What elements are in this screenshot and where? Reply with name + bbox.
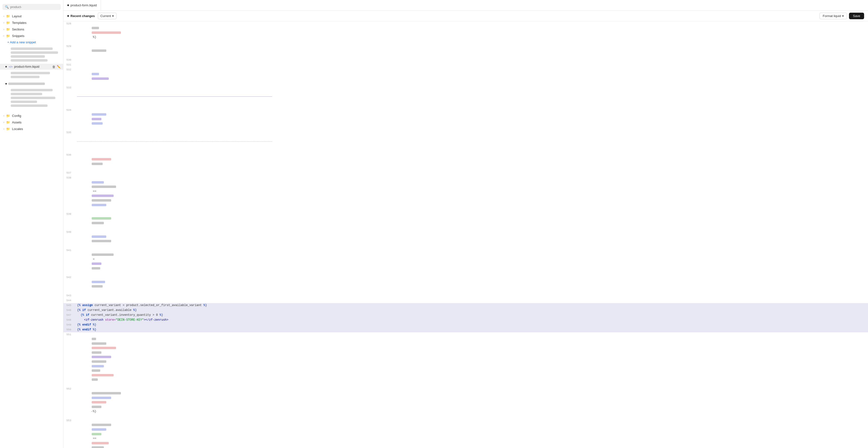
table-row: 550 {% endif %} <box>63 328 868 332</box>
current-dropdown[interactable]: Current ▾ <box>98 13 117 19</box>
snippet-placeholder <box>11 93 42 95</box>
blurred-token <box>92 73 99 75</box>
table-row: 551 <box>63 332 868 387</box>
sidebar-item-config[interactable]: › 📁 Config <box>0 112 63 119</box>
line-number: 543 <box>63 294 75 298</box>
blurred-token <box>92 378 98 381</box>
line-number: 541 <box>63 248 75 252</box>
table-row: 532 <box>63 67 868 85</box>
chevron-icon: › <box>3 15 4 18</box>
line-number: 530 <box>63 58 75 62</box>
sidebar-item-sections[interactable]: › 📁 Sections <box>0 26 63 33</box>
sidebar-item-assets[interactable]: › 📁 Assets <box>0 119 63 126</box>
sidebar-item-locales[interactable]: › 📁 Locales <box>0 126 63 132</box>
sidebar-item-templates[interactable]: › 📁 Templates <box>0 20 63 26</box>
edit-icon[interactable]: ✏️ <box>57 65 61 69</box>
table-row: 543 <box>63 294 868 298</box>
snippet-placeholder <box>11 104 48 107</box>
sidebar-item-label: Config <box>12 114 21 117</box>
blurred-token <box>92 195 114 197</box>
line-number: 531 <box>63 63 75 67</box>
blurred-token <box>92 31 121 34</box>
code-editor[interactable]: 528 %} 529 530 531 532 <box>63 22 868 448</box>
folder-icon: 📁 <box>6 127 10 131</box>
format-liquid-button[interactable]: Format liquid ▾ <box>819 13 847 19</box>
blurred-token <box>92 428 106 431</box>
blurred-token <box>92 235 106 238</box>
dashed-separator <box>77 96 272 97</box>
file-actions[interactable]: 🗑 ✏️ <box>52 65 61 69</box>
search-bar[interactable]: 🔍 <box>2 4 61 10</box>
snippet-placeholder <box>11 72 50 74</box>
blurred-token <box>92 406 101 408</box>
blurred-token <box>92 253 114 256</box>
sidebar-item-label: Assets <box>12 120 22 124</box>
blurred-token <box>92 351 101 354</box>
table-row: 552 -%} <box>63 387 868 418</box>
blurred-token <box>92 267 100 270</box>
save-button[interactable]: Save <box>849 13 864 19</box>
line-content <box>75 212 868 230</box>
snippet-placeholder <box>11 89 53 91</box>
line-number: 539 <box>63 212 75 216</box>
active-file-item[interactable]: </> product-form.liquid 🗑 ✏️ <box>0 64 63 70</box>
line-number: 528 <box>63 22 75 26</box>
sidebar: 🔍 › 📁 Layout › 📁 Templates › 📁 Sections … <box>0 0 63 448</box>
sidebar-item-label: Layout <box>12 14 22 18</box>
line-content <box>75 230 868 248</box>
table-row: 540 <box>63 230 868 248</box>
table-row: 553 == | <box>63 418 868 448</box>
blurred-token <box>92 356 111 358</box>
recent-changes-section: Recent changes <box>67 14 95 18</box>
line-content <box>75 153 868 171</box>
table-row: 537 <box>63 171 868 176</box>
line-content: -%} <box>75 387 868 418</box>
line-number: 537 <box>63 171 75 175</box>
active-filename: product-form.liquid <box>14 65 39 68</box>
table-row: 547 {% if current_variant.inventory_quan… <box>63 313 868 318</box>
delete-icon[interactable]: 🗑 <box>52 65 55 69</box>
chevron-icon: › <box>3 121 4 124</box>
table-row: 546 {% if current_variant.available %} <box>63 308 868 313</box>
chevron-icon: › <box>3 128 4 130</box>
line-number: 548 <box>63 318 75 322</box>
line-number: 534 <box>63 108 75 112</box>
code-icon: </> <box>9 65 13 68</box>
sidebar-item-snippets[interactable]: › 📁 Snippets <box>0 33 63 39</box>
dashed-separator <box>77 141 272 142</box>
folder-icon: 📁 <box>6 120 10 124</box>
blurred-token <box>92 77 109 80</box>
file-dot <box>5 83 7 84</box>
add-snippet-button[interactable]: + Add a new snippet <box>0 39 63 45</box>
blurred-token <box>92 392 121 394</box>
line-number: 535 <box>63 130 75 135</box>
sidebar-item-layout[interactable]: › 📁 Layout <box>0 13 63 20</box>
line-content: %} <box>75 22 868 44</box>
format-liquid-label: Format liquid <box>823 14 841 18</box>
folder-icon: 📁 <box>6 14 10 18</box>
line-content <box>75 275 868 293</box>
table-row: 530 <box>63 58 868 63</box>
blurred-token <box>92 285 103 287</box>
blurred-token <box>92 118 101 120</box>
table-row: 535 <box>63 130 868 152</box>
line-content <box>75 85 868 108</box>
chevron-icon: › <box>3 22 4 24</box>
sidebar-item-label: Snippets <box>12 34 24 38</box>
table-row: 548 <zf-zenrush store="DEIN-STORE-KEY"><… <box>63 318 868 322</box>
line-number: 552 <box>63 387 75 391</box>
folder-icon: 📁 <box>6 21 10 25</box>
blurred-token <box>92 397 111 399</box>
recent-changes-label: Recent changes <box>70 14 95 18</box>
editor-tab[interactable]: product-form.liquid <box>63 0 101 11</box>
line-number: 529 <box>63 44 75 48</box>
line-number: 549 <box>63 322 75 327</box>
blurred-token <box>92 27 99 29</box>
blurred-token <box>92 240 111 242</box>
search-input[interactable] <box>10 5 58 9</box>
add-snippet-label: + Add a new snippet <box>7 40 36 44</box>
table-row: 545 {% assign current_variant = product.… <box>63 303 868 308</box>
snippet-placeholder <box>11 76 39 78</box>
blurred-token <box>92 199 111 202</box>
line-number: 544 <box>63 298 75 303</box>
